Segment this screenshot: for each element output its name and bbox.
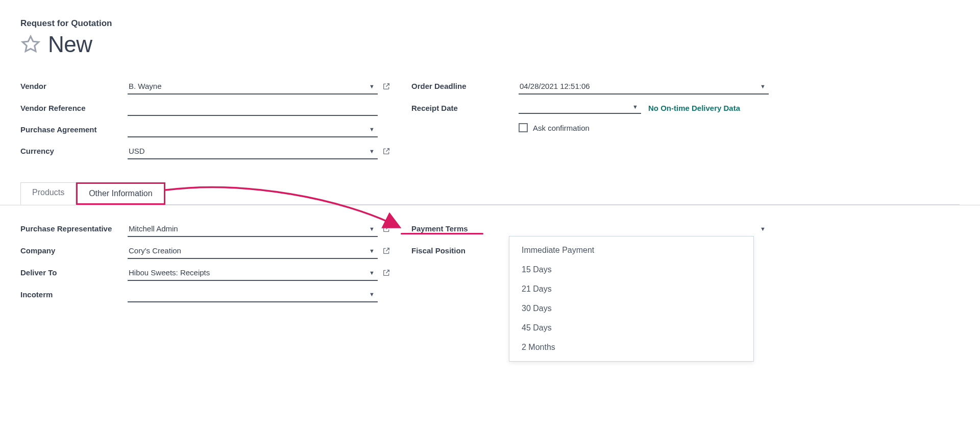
- company-field[interactable]: Cory's Creation ▼: [128, 244, 378, 259]
- caret-down-icon: ▼: [630, 104, 640, 110]
- company-value: Cory's Creation: [129, 246, 367, 255]
- company-label: Company: [20, 244, 128, 255]
- deliver-to-label: Deliver To: [20, 266, 128, 277]
- currency-value: USD: [129, 147, 367, 155]
- order-deadline-label: Order Deadline: [411, 80, 519, 90]
- payment-terms-dropdown: Immediate Payment 15 Days 21 Days 30 Day…: [509, 236, 754, 362]
- dropdown-item[interactable]: 21 Days: [509, 279, 753, 299]
- page-title: New: [48, 32, 92, 57]
- receipt-date-label: Receipt Date: [411, 102, 519, 112]
- ask-confirmation-checkbox[interactable]: [519, 123, 528, 132]
- tabs: Products Other Information: [20, 182, 960, 205]
- delivery-data-hint[interactable]: No On-time Delivery Data: [648, 104, 740, 112]
- deliver-to-value: Hibou Sweets: Receipts: [129, 268, 367, 277]
- payment-terms-field[interactable]: ▼: [519, 222, 769, 236]
- vendor-field[interactable]: B. Wayne ▼: [128, 80, 378, 94]
- external-link-icon[interactable]: [382, 147, 391, 156]
- external-link-icon[interactable]: [382, 268, 391, 277]
- caret-down-icon: ▼: [367, 248, 377, 254]
- purchase-rep-label: Purchase Representative: [20, 222, 128, 233]
- dropdown-item[interactable]: 30 Days: [509, 299, 753, 318]
- caret-down-icon: ▼: [758, 226, 768, 232]
- purchase-agreement-label: Purchase Agreement: [20, 123, 128, 134]
- caret-down-icon: ▼: [367, 291, 377, 297]
- caret-down-icon: ▼: [367, 226, 377, 232]
- dropdown-item[interactable]: 45 Days: [509, 318, 753, 338]
- order-deadline-value: 04/28/2021 12:51:06: [520, 82, 758, 90]
- receipt-date-field[interactable]: ▼: [519, 102, 641, 114]
- incoterm-field[interactable]: ▼: [128, 288, 378, 302]
- breadcrumb: Request for Quotation: [20, 18, 960, 29]
- vendor-ref-label: Vendor Reference: [20, 102, 128, 112]
- external-link-icon[interactable]: [382, 224, 391, 233]
- order-deadline-field[interactable]: 04/28/2021 12:51:06 ▼: [519, 80, 769, 94]
- caret-down-icon: ▼: [367, 126, 377, 132]
- caret-down-icon: ▼: [367, 83, 377, 89]
- currency-label: Currency: [20, 145, 128, 155]
- dropdown-item[interactable]: 15 Days: [509, 260, 753, 279]
- dropdown-item[interactable]: Immediate Payment: [509, 241, 753, 260]
- vendor-label: Vendor: [20, 80, 128, 90]
- incoterm-label: Incoterm: [20, 288, 128, 299]
- vendor-value: B. Wayne: [129, 82, 367, 90]
- fiscal-position-label: Fiscal Position: [411, 244, 519, 255]
- purchase-agreement-field[interactable]: ▼: [128, 123, 378, 137]
- caret-down-icon: ▼: [758, 83, 768, 89]
- payment-terms-label: Payment Terms: [411, 222, 519, 233]
- star-icon[interactable]: [20, 34, 41, 55]
- caret-down-icon: ▼: [367, 148, 377, 154]
- purchase-rep-field[interactable]: Mitchell Admin ▼: [128, 222, 378, 237]
- dropdown-item[interactable]: 2 Months: [509, 338, 753, 357]
- annotation-underline: [401, 233, 483, 234]
- tab-other-information[interactable]: Other Information: [76, 182, 165, 205]
- external-link-icon[interactable]: [382, 82, 391, 91]
- ask-confirmation-label: Ask confirmation: [533, 124, 590, 132]
- deliver-to-field[interactable]: Hibou Sweets: Receipts ▼: [128, 266, 378, 281]
- tab-products[interactable]: Products: [20, 182, 76, 205]
- caret-down-icon: ▼: [367, 270, 377, 276]
- currency-field[interactable]: USD ▼: [128, 145, 378, 159]
- vendor-ref-field[interactable]: [128, 102, 378, 116]
- purchase-rep-value: Mitchell Admin: [129, 224, 367, 233]
- external-link-icon[interactable]: [382, 246, 391, 255]
